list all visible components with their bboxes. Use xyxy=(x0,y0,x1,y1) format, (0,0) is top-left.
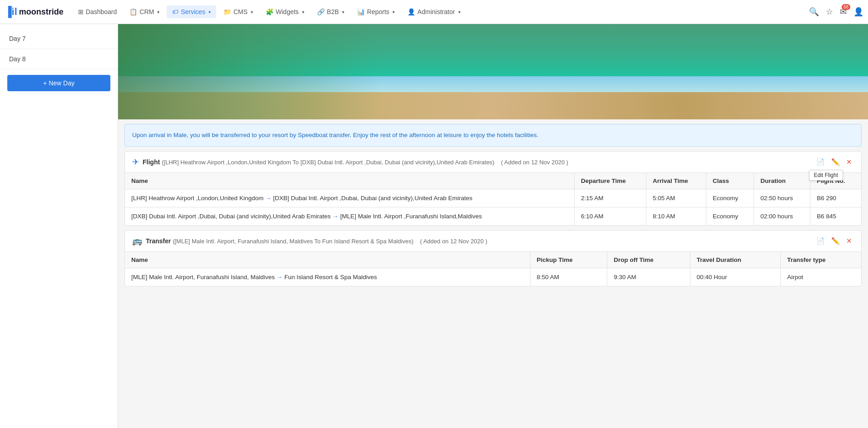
flight-no: B6 290 xyxy=(810,189,861,207)
sidebar-item-day7[interactable]: Day 7 xyxy=(0,29,118,49)
flight-actions: 📄 ✏️ ✕ xyxy=(814,157,854,167)
col-dropoff: Drop off Time xyxy=(607,252,690,268)
table-row: [LHR] Heathrow Airport ,London,United Ki… xyxy=(125,189,861,207)
col-name: Name xyxy=(125,252,530,268)
nav-administrator[interactable]: 👤 Administrator ▾ xyxy=(402,5,466,18)
transfer-duration: 00:40 Hour xyxy=(690,268,780,286)
user-icon[interactable]: 👤 xyxy=(853,7,863,17)
flight-document-button[interactable]: 📄 xyxy=(814,157,827,167)
flight-departure: 6:10 AM xyxy=(575,207,646,226)
info-box: Upon arrival in Male, you will be transf… xyxy=(124,124,862,147)
chevron-down-icon: ▾ xyxy=(302,10,304,15)
administrator-icon: 👤 xyxy=(407,8,415,15)
nav-crm[interactable]: 📋 CRM ▾ xyxy=(124,5,165,18)
transfer-dropoff: 9:30 AM xyxy=(607,268,690,286)
transfer-edit-button[interactable]: ✏️ xyxy=(829,236,842,246)
table-row: [MLE] Male Intl. Airport, Furanafushi Is… xyxy=(125,268,861,286)
sidebar: Day 7 Day 8 + New Day xyxy=(0,24,118,428)
info-text: Upon arrival in Male, you will be transf… xyxy=(132,132,538,138)
flight-class: Economy xyxy=(706,189,754,207)
col-travel-duration: Travel Duration xyxy=(690,252,780,268)
transfer-actions: 📄 ✏️ ✕ xyxy=(814,236,854,246)
logo-text: moonstride xyxy=(19,7,64,17)
transfer-detail: ([MLE] Male Intl. Airport, Furanafushi I… xyxy=(173,238,487,245)
transfer-table: Name Pickup Time Drop off Time Travel Du… xyxy=(125,252,861,286)
flight-icon: ✈ xyxy=(132,157,139,167)
transfer-title: Transfer ([MLE] Male Intl. Airport, Fura… xyxy=(146,237,811,245)
nav-items: ⊞ Dashboard 📋 CRM ▾ 🏷 Services ▾ 📁 CMS ▾… xyxy=(73,5,809,18)
flight-title: Flight ([LHR] Heathrow Airport ,London,U… xyxy=(143,158,811,166)
new-day-button[interactable]: + New Day xyxy=(7,75,110,91)
beach-image xyxy=(118,24,868,119)
flight-arrival: 5:05 AM xyxy=(646,189,706,207)
chevron-down-icon: ▾ xyxy=(208,10,211,15)
transfer-card: 🚌 Transfer ([MLE] Male Intl. Airport, Fu… xyxy=(124,230,862,286)
flight-detail: ([LHR] Heathrow Airport ,London,United K… xyxy=(162,159,568,166)
nav-widgets[interactable]: 🧩 Widgets ▾ xyxy=(260,5,310,18)
nav-cms[interactable]: 📁 CMS ▾ xyxy=(218,5,258,18)
notifications-button[interactable]: ✉ 68 xyxy=(840,7,847,17)
flight-no: B6 845 xyxy=(810,207,861,226)
transfer-document-button[interactable]: 📄 xyxy=(814,236,827,246)
transfer-icon: 🚌 xyxy=(132,236,142,246)
chevron-down-icon: ▾ xyxy=(342,10,344,15)
nav-reports[interactable]: 📊 Reports ▾ xyxy=(352,5,400,18)
col-pickup: Pickup Time xyxy=(530,252,607,268)
flight-duration: 02:00 hours xyxy=(754,207,810,226)
search-icon[interactable]: 🔍 xyxy=(809,7,819,17)
flight-duration: 02:50 hours xyxy=(754,189,810,207)
col-name: Name xyxy=(125,173,575,189)
transfer-delete-button[interactable]: ✕ xyxy=(844,236,854,246)
page-wrapper: Day 7 Day 8 + New Day Upon arrival in Ma… xyxy=(0,24,868,428)
chevron-down-icon: ▾ xyxy=(458,10,461,15)
nav-services[interactable]: 🏷 Services ▾ xyxy=(167,5,216,18)
services-icon: 🏷 xyxy=(172,8,179,15)
chevron-down-icon: ▾ xyxy=(157,10,159,15)
flight-name: [LHR] Heathrow Airport ,London,United Ki… xyxy=(125,189,575,207)
transfer-type: Airpot xyxy=(781,268,861,286)
flight-class: Economy xyxy=(706,207,754,226)
star-icon[interactable]: ☆ xyxy=(826,7,833,17)
table-row: [DXB] Dubai Intl. Airport ,Dubai, Dubai … xyxy=(125,207,861,226)
nav-dashboard[interactable]: ⊞ Dashboard xyxy=(73,5,123,18)
flight-table: Name Departure Time Arrival Time Class D… xyxy=(125,173,861,225)
nav-b2b[interactable]: 🔗 B2B ▾ xyxy=(312,5,350,18)
flight-header: ✈ Flight ([LHR] Heathrow Airport ,London… xyxy=(125,152,861,173)
flight-edit-button[interactable]: ✏️ xyxy=(829,157,842,167)
col-departure: Departure Time xyxy=(575,173,646,189)
transfer-pickup: 8:50 AM xyxy=(530,268,607,286)
col-class: Class xyxy=(706,173,754,189)
col-arrival: Arrival Time xyxy=(646,173,706,189)
sidebar-item-day8[interactable]: Day 8 xyxy=(0,49,118,69)
flight-arrival: 8:10 AM xyxy=(646,207,706,226)
transfer-name: [MLE] Male Intl. Airport, Furanafushi Is… xyxy=(125,268,530,286)
top-navigation: ▐il moonstride ⊞ Dashboard 📋 CRM ▾ 🏷 Ser… xyxy=(0,0,868,24)
chevron-down-icon: ▾ xyxy=(251,10,253,15)
col-duration: Duration xyxy=(754,173,810,189)
logo[interactable]: ▐il moonstride xyxy=(5,6,64,18)
cms-icon: 📁 xyxy=(223,8,231,15)
notification-count: 68 xyxy=(842,4,850,10)
transfer-header: 🚌 Transfer ([MLE] Male Intl. Airport, Fu… xyxy=(125,231,861,252)
chevron-down-icon: ▾ xyxy=(392,10,395,15)
reports-icon: 📊 xyxy=(357,8,365,15)
col-transfer-type: Transfer type xyxy=(781,252,861,268)
flight-name: [DXB] Dubai Intl. Airport ,Dubai, Dubai … xyxy=(125,207,575,226)
edit-flight-tooltip: Edit Flight xyxy=(809,170,843,181)
main-content: Upon arrival in Male, you will be transf… xyxy=(118,24,868,428)
flight-departure: 2:15 AM xyxy=(575,189,646,207)
nav-right: 🔍 ☆ ✉ 68 👤 xyxy=(809,7,863,17)
widgets-icon: 🧩 xyxy=(266,8,273,15)
logo-icon: ▐il xyxy=(5,6,17,18)
flight-card: ✈ Flight ([LHR] Heathrow Airport ,London… xyxy=(124,151,862,226)
flight-delete-button[interactable]: ✕ xyxy=(844,157,854,167)
b2b-icon: 🔗 xyxy=(317,8,325,15)
dashboard-icon: ⊞ xyxy=(78,8,84,15)
crm-icon: 📋 xyxy=(129,8,137,15)
